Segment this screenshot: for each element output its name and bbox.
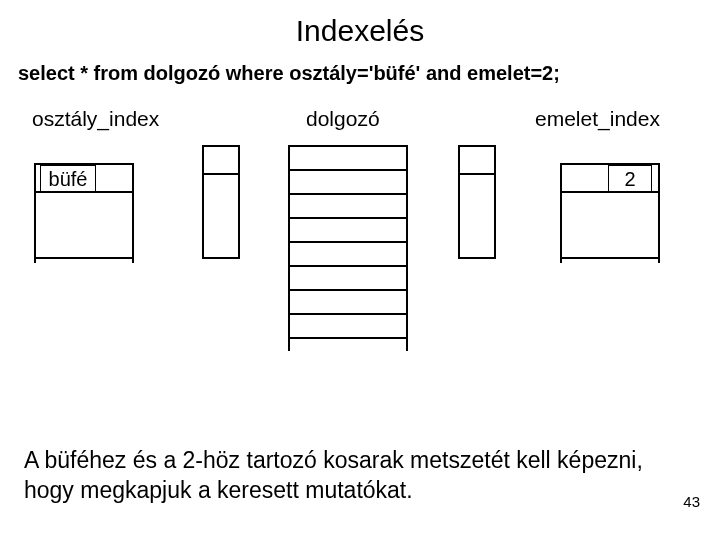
horizontal-line [288, 241, 408, 243]
vertical-line [406, 145, 408, 351]
horizontal-line [288, 313, 408, 315]
horizontal-line [560, 191, 660, 193]
page-title: Indexelés [0, 0, 720, 48]
horizontal-line [288, 193, 408, 195]
label-right-index: emelet_index [535, 107, 660, 131]
horizontal-line [288, 145, 408, 147]
horizontal-line [34, 257, 134, 259]
vertical-line [658, 163, 660, 263]
vertical-line [132, 163, 134, 263]
horizontal-line [202, 145, 240, 147]
horizontal-line [458, 257, 496, 259]
sql-query: select * from dolgozó where osztály='büf… [0, 48, 720, 85]
label-left-index: osztály_index [32, 107, 159, 131]
horizontal-line [288, 217, 408, 219]
explanation-text: A büféhez és a 2-höz tartozó kosarak met… [24, 446, 680, 506]
horizontal-line [34, 163, 134, 165]
horizontal-line [34, 191, 134, 193]
vertical-line [458, 145, 460, 259]
index-diagram: büfé 2 [0, 139, 720, 369]
horizontal-line [202, 173, 240, 175]
horizontal-line [288, 265, 408, 267]
vertical-line [494, 145, 496, 259]
horizontal-line [288, 337, 408, 339]
vertical-line [288, 145, 290, 351]
horizontal-line [458, 173, 496, 175]
vertical-line [202, 145, 204, 259]
horizontal-line [288, 169, 408, 171]
left-index-key-box: büfé [40, 165, 96, 193]
horizontal-line [288, 289, 408, 291]
vertical-line [560, 163, 562, 263]
vertical-line [34, 163, 36, 263]
vertical-line [238, 145, 240, 259]
label-center-table: dolgozó [306, 107, 380, 131]
horizontal-line [560, 257, 660, 259]
page-number: 43 [683, 493, 700, 510]
horizontal-line [560, 163, 660, 165]
right-index-key-box: 2 [608, 165, 652, 193]
horizontal-line [202, 257, 240, 259]
horizontal-line [458, 145, 496, 147]
column-labels: osztály_index dolgozó emelet_index [0, 107, 720, 135]
